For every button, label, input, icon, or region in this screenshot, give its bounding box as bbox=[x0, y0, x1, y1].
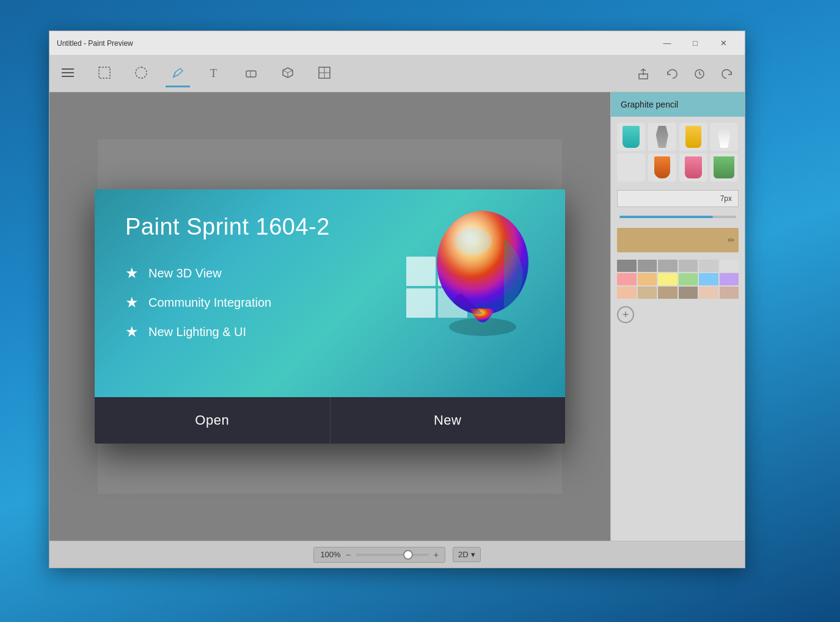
zoom-control: 100% − + bbox=[313, 547, 445, 563]
white-pencil-icon bbox=[718, 126, 730, 148]
feature-text-1: New 3D View bbox=[148, 266, 222, 280]
color-edit-icon[interactable]: ✏ bbox=[728, 235, 735, 245]
size-box[interactable]: 7px bbox=[617, 190, 739, 207]
brush-item-orange[interactable] bbox=[648, 153, 676, 181]
svg-rect-2 bbox=[246, 71, 256, 77]
brush-item-cyan[interactable] bbox=[617, 123, 645, 151]
brush-item-empty[interactable] bbox=[617, 153, 645, 181]
new-button[interactable]: New bbox=[331, 397, 566, 444]
swatch-12[interactable] bbox=[720, 273, 739, 285]
zoom-thumb bbox=[403, 550, 413, 560]
redo-icon bbox=[721, 68, 734, 80]
select-rect-icon bbox=[98, 66, 111, 79]
hamburger-icon bbox=[59, 66, 76, 79]
swatch-7[interactable] bbox=[617, 273, 637, 285]
cyan-brush-icon bbox=[623, 126, 640, 148]
minimize-button[interactable]: — bbox=[653, 34, 681, 53]
swatch-1[interactable] bbox=[617, 260, 637, 272]
text-button[interactable]: T bbox=[202, 60, 227, 87]
close-button[interactable]: ✕ bbox=[709, 34, 737, 53]
opacity-track[interactable] bbox=[619, 216, 736, 218]
bottom-bar: 100% − + 2D ▾ bbox=[49, 541, 745, 568]
desktop: Untitled - Paint Preview — □ ✕ bbox=[0, 0, 840, 622]
star-icon-3: ★ bbox=[125, 323, 139, 340]
swatch-17[interactable] bbox=[699, 287, 718, 299]
brush-item-pink[interactable] bbox=[679, 153, 707, 181]
redo-button[interactable] bbox=[717, 63, 739, 85]
view-button[interactable] bbox=[312, 60, 337, 87]
swatch-2[interactable] bbox=[638, 260, 657, 272]
color-palette bbox=[617, 260, 739, 299]
zoom-slider[interactable] bbox=[356, 554, 429, 556]
brush-item-white[interactable] bbox=[710, 123, 738, 151]
open-button[interactable]: Open bbox=[95, 397, 331, 444]
dimension-select[interactable]: 2D ▾ bbox=[453, 547, 481, 562]
orb-glare bbox=[455, 228, 492, 255]
sidebar: Graphite pencil bbox=[610, 92, 745, 541]
brush-item-gray[interactable] bbox=[648, 123, 676, 151]
swatch-9[interactable] bbox=[658, 273, 677, 285]
color-preview[interactable]: ✏ bbox=[617, 228, 739, 252]
undo-icon bbox=[665, 68, 677, 80]
eraser-icon bbox=[244, 66, 258, 79]
window-title: Untitled - Paint Preview bbox=[57, 39, 653, 48]
swatch-18[interactable] bbox=[720, 287, 739, 299]
view-icon bbox=[318, 66, 331, 79]
export-button[interactable] bbox=[632, 63, 654, 85]
swatch-4[interactable] bbox=[679, 260, 698, 272]
size-label: 7px bbox=[720, 194, 732, 203]
orb-svg bbox=[425, 202, 541, 342]
brush-item-bucket[interactable] bbox=[710, 153, 738, 181]
select-lasso-icon bbox=[134, 66, 148, 79]
orange-brush-icon bbox=[654, 156, 670, 178]
star-icon-1: ★ bbox=[125, 265, 139, 282]
opacity-fill bbox=[619, 216, 713, 218]
swatch-11[interactable] bbox=[699, 273, 718, 285]
clock-icon bbox=[693, 68, 706, 80]
zoom-percent: 100% bbox=[320, 550, 340, 559]
add-color-button[interactable]: + bbox=[617, 306, 634, 323]
swatch-5[interactable] bbox=[699, 260, 718, 272]
select-lasso-button[interactable] bbox=[129, 60, 153, 87]
pink-brush-icon bbox=[685, 156, 702, 178]
export-icon bbox=[637, 68, 649, 80]
dimension-arrow: ▾ bbox=[471, 550, 475, 559]
maximize-button[interactable]: □ bbox=[681, 34, 709, 53]
3d-button[interactable] bbox=[276, 60, 300, 87]
yellow-brush-icon bbox=[685, 126, 701, 148]
history-button[interactable] bbox=[688, 63, 710, 85]
modal-top: Paint Sprint 1604-2 ★ New 3D View ★ Comm… bbox=[95, 189, 565, 397]
3d-icon bbox=[281, 66, 294, 79]
dimension-label: 2D bbox=[458, 550, 469, 559]
brush-item-yellow[interactable] bbox=[679, 123, 707, 151]
orb-container bbox=[425, 202, 547, 348]
svg-line-11 bbox=[699, 74, 701, 75]
select-rect-button[interactable] bbox=[92, 60, 117, 87]
toolbar-right bbox=[632, 63, 739, 85]
swatch-6[interactable] bbox=[720, 260, 739, 272]
undo-button[interactable] bbox=[660, 63, 682, 85]
pen-button[interactable] bbox=[166, 60, 190, 87]
swatch-14[interactable] bbox=[638, 287, 657, 299]
title-bar: Untitled - Paint Preview — □ ✕ bbox=[49, 31, 745, 56]
canvas-area[interactable]: Paint Sprint 1604-2 ★ New 3D View ★ Comm… bbox=[49, 92, 610, 541]
welcome-modal: Paint Sprint 1604-2 ★ New 3D View ★ Comm… bbox=[95, 189, 565, 444]
swatch-3[interactable] bbox=[658, 260, 677, 272]
bucket-icon bbox=[714, 156, 734, 178]
swatch-10[interactable] bbox=[679, 273, 698, 285]
brush-grid bbox=[611, 117, 745, 188]
zoom-in-button[interactable]: + bbox=[434, 550, 439, 560]
star-icon-2: ★ bbox=[125, 294, 139, 311]
svg-text:T: T bbox=[210, 67, 217, 79]
swatch-15[interactable] bbox=[658, 287, 677, 299]
modal-buttons: Open New bbox=[95, 397, 565, 444]
app-window: Untitled - Paint Preview — □ ✕ bbox=[49, 31, 745, 568]
svg-rect-0 bbox=[99, 67, 110, 78]
brush-type-header: Graphite pencil bbox=[611, 92, 745, 117]
eraser-button[interactable] bbox=[239, 60, 263, 87]
swatch-13[interactable] bbox=[617, 287, 637, 299]
swatch-8[interactable] bbox=[638, 273, 657, 285]
swatch-16[interactable] bbox=[679, 287, 698, 299]
menu-button[interactable] bbox=[56, 60, 80, 87]
zoom-out-button[interactable]: − bbox=[346, 550, 351, 560]
